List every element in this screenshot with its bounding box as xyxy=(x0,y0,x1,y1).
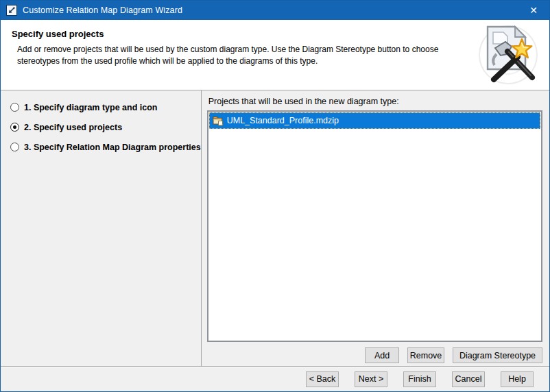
projects-list-label: Projects that will be used in the new di… xyxy=(208,97,542,106)
page-title: Specify used projects xyxy=(12,29,538,39)
close-icon[interactable]: ✕ xyxy=(518,1,549,20)
step-label: 3. Specify Relation Map Diagram properti… xyxy=(24,143,201,152)
projects-panel: Projects that will be used in the new di… xyxy=(202,90,549,366)
titlebar[interactable]: Customize Relation Map Diagram Wizard ✕ xyxy=(1,1,549,20)
wizard-document-hammer-star-icon xyxy=(477,23,541,88)
step-radio-diagram-type[interactable]: 1. Specify diagram type and icon xyxy=(10,100,201,114)
remove-button[interactable]: Remove xyxy=(407,347,444,363)
next-button[interactable]: Next > xyxy=(355,371,387,387)
project-name: UML_Standard_Profile.mdzip xyxy=(227,116,339,125)
wizard-dialog: Customize Relation Map Diagram Wizard ✕ … xyxy=(0,0,550,392)
list-actions: Add Remove Diagram Stereotype xyxy=(207,347,542,363)
step-label: 1. Specify diagram type and icon xyxy=(24,103,158,112)
step-radio-used-projects[interactable]: 2. Specify used projects xyxy=(10,120,201,134)
step-label: 2. Specify used projects xyxy=(24,123,122,132)
finish-button[interactable]: Finish xyxy=(403,371,436,387)
diagram-stereotype-button[interactable]: Diagram Stereotype xyxy=(453,347,542,363)
radio-icon[interactable] xyxy=(10,143,19,151)
page-description: Add or remove projects that will be used… xyxy=(17,44,473,68)
help-button[interactable]: Help xyxy=(501,371,534,387)
radio-checked-icon[interactable] xyxy=(10,123,19,132)
window-title: Customize Relation Map Diagram Wizard xyxy=(23,5,518,15)
cancel-button[interactable]: Cancel xyxy=(452,371,485,387)
list-item[interactable]: UML_Standard_Profile.mdzip xyxy=(209,112,540,129)
app-icon xyxy=(6,5,17,16)
radio-icon[interactable] xyxy=(10,103,19,112)
wizard-footer: < Back Next > Finish Cancel Help xyxy=(1,366,549,391)
step-radio-relation-map-properties[interactable]: 3. Specify Relation Map Diagram properti… xyxy=(10,140,201,154)
steps-panel: 1. Specify diagram type and icon 2. Spec… xyxy=(1,90,201,366)
profile-package-icon xyxy=(213,115,224,126)
back-button[interactable]: < Back xyxy=(306,371,339,387)
projects-list[interactable]: UML_Standard_Profile.mdzip xyxy=(207,110,542,342)
wizard-body: 1. Specify diagram type and icon 2. Spec… xyxy=(1,90,549,366)
wizard-header: Specify used projects Add or remove proj… xyxy=(1,20,549,90)
add-button[interactable]: Add xyxy=(365,347,399,363)
